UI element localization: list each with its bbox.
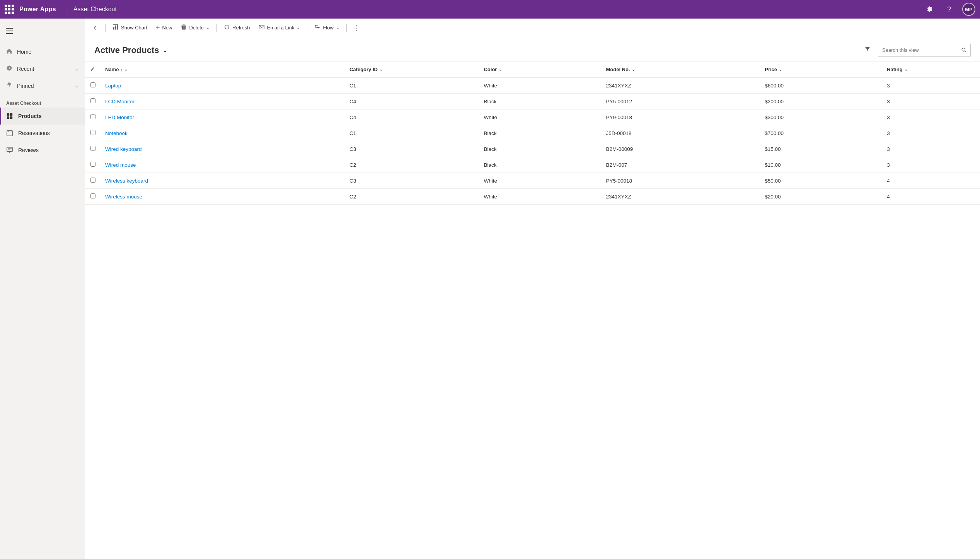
- product-link-6[interactable]: Wireless keyboard: [105, 178, 148, 184]
- category-sort-icon: ⌄: [379, 67, 383, 72]
- help-button[interactable]: ?: [943, 3, 955, 15]
- more-options-button[interactable]: ⋮: [350, 21, 364, 35]
- sidebar-item-products[interactable]: Products: [0, 108, 85, 125]
- product-link-3[interactable]: Notebook: [105, 130, 128, 136]
- product-link-4[interactable]: Wired keyboard: [105, 146, 142, 152]
- svg-rect-6: [113, 27, 114, 29]
- row-model-1: PY5-00012: [601, 94, 760, 109]
- row-checkbox-4[interactable]: [85, 141, 101, 157]
- sidebar-item-reviews[interactable]: Reviews: [0, 142, 85, 159]
- row-color-2: White: [479, 109, 601, 125]
- row-check-input-4[interactable]: [90, 146, 95, 151]
- row-rating-5: 3: [882, 157, 980, 173]
- row-checkbox-6[interactable]: [85, 173, 101, 189]
- table-row: Laptop C1 White 2341XYXZ $600.00 3: [85, 77, 980, 94]
- row-color-0: White: [479, 77, 601, 94]
- search-input[interactable]: [878, 44, 957, 56]
- delete-button[interactable]: Delete ⌄: [177, 21, 213, 35]
- sidebar-item-reservations-label: Reservations: [18, 130, 50, 136]
- row-price-2: $300.00: [760, 109, 882, 125]
- row-color-1: Black: [479, 94, 601, 109]
- flow-chevron-icon[interactable]: ⌄: [336, 25, 339, 30]
- view-title-chevron-icon: ⌄: [162, 46, 167, 54]
- hamburger-button[interactable]: [0, 22, 19, 40]
- col-header-color[interactable]: Color ⌄: [479, 62, 601, 78]
- email-link-button[interactable]: Email a Link ⌄: [255, 21, 304, 35]
- command-bar: Show Chart + New Delete ⌄ Refresh: [85, 19, 980, 37]
- new-icon: +: [156, 24, 160, 32]
- row-checkbox-0[interactable]: [85, 77, 101, 94]
- email-chevron-icon[interactable]: ⌄: [297, 25, 300, 30]
- email-link-label: Email a Link: [267, 25, 295, 31]
- row-category-1: C4: [345, 94, 479, 109]
- back-button[interactable]: [88, 21, 102, 35]
- search-button[interactable]: [957, 44, 970, 57]
- settings-button[interactable]: [924, 3, 936, 15]
- product-link-5[interactable]: Wired mouse: [105, 162, 136, 168]
- sidebar-item-pinned[interactable]: Pinned ⌄: [0, 77, 85, 94]
- product-link-1[interactable]: LCD Monitor: [105, 99, 135, 104]
- filter-button[interactable]: [862, 43, 873, 57]
- row-check-input-3[interactable]: [90, 130, 95, 135]
- new-button[interactable]: + New: [152, 21, 176, 35]
- row-model-5: B2M-007: [601, 157, 760, 173]
- col-name-label: Name: [105, 67, 119, 72]
- col-category-label: Category ID: [349, 67, 378, 72]
- row-color-3: Black: [479, 125, 601, 141]
- row-price-5: $10.00: [760, 157, 882, 173]
- row-price-0: $600.00: [760, 77, 882, 94]
- waffle-icon[interactable]: [5, 5, 14, 14]
- reservations-icon: [6, 129, 14, 137]
- col-model-label: Model No.: [606, 67, 630, 72]
- row-check-input-1[interactable]: [90, 98, 95, 103]
- row-model-7: 2341XYXZ: [601, 189, 760, 205]
- col-header-name[interactable]: Name ↑ ⌄: [101, 62, 345, 78]
- row-check-input-0[interactable]: [90, 82, 95, 87]
- recent-chevron-icon: ⌄: [75, 66, 78, 72]
- delete-chevron-icon[interactable]: ⌄: [206, 25, 210, 30]
- row-price-1: $200.00: [760, 94, 882, 109]
- avatar[interactable]: MP: [962, 3, 975, 16]
- sidebar-item-reservations[interactable]: Reservations: [0, 125, 85, 142]
- view-title[interactable]: Active Products ⌄: [94, 45, 167, 55]
- col-header-category[interactable]: Category ID ⌄: [345, 62, 479, 78]
- refresh-button[interactable]: Refresh: [220, 21, 254, 35]
- sidebar-item-recent[interactable]: Recent ⌄: [0, 60, 85, 77]
- header-divider: [68, 5, 68, 14]
- col-header-model[interactable]: Model No. ⌄: [601, 62, 760, 78]
- product-link-0[interactable]: Laptop: [105, 83, 121, 89]
- row-checkbox-3[interactable]: [85, 125, 101, 141]
- row-name-6: Wireless keyboard: [101, 173, 345, 189]
- sidebar-item-home[interactable]: Home: [0, 43, 85, 60]
- row-checkbox-2[interactable]: [85, 109, 101, 125]
- row-color-5: Black: [479, 157, 601, 173]
- row-checkbox-1[interactable]: [85, 94, 101, 109]
- col-header-rating[interactable]: Rating ⌄: [882, 62, 980, 78]
- row-name-1: LCD Monitor: [101, 94, 345, 109]
- show-chart-label: Show Chart: [121, 25, 147, 31]
- row-checkbox-7[interactable]: [85, 189, 101, 205]
- product-link-7[interactable]: Wireless mouse: [105, 194, 142, 200]
- row-checkbox-5[interactable]: [85, 157, 101, 173]
- row-rating-7: 4: [882, 189, 980, 205]
- row-color-7: White: [479, 189, 601, 205]
- content-area: Show Chart + New Delete ⌄ Refresh: [85, 19, 980, 559]
- row-rating-1: 3: [882, 94, 980, 109]
- select-all-header[interactable]: ✓: [85, 62, 101, 78]
- row-check-input-7[interactable]: [90, 193, 95, 198]
- col-header-price[interactable]: Price ⌄: [760, 62, 882, 78]
- product-link-2[interactable]: LED Monitor: [105, 115, 134, 120]
- svg-rect-7: [115, 26, 116, 29]
- table-row: Wireless mouse C2 White 2341XYXZ $20.00 …: [85, 189, 980, 205]
- show-chart-button[interactable]: Show Chart: [109, 21, 151, 35]
- row-check-input-5[interactable]: [90, 162, 95, 167]
- row-price-6: $50.00: [760, 173, 882, 189]
- row-check-input-6[interactable]: [90, 178, 95, 183]
- table-row: Wireless keyboard C3 White PY5-00018 $50…: [85, 173, 980, 189]
- row-name-3: Notebook: [101, 125, 345, 141]
- row-name-2: LED Monitor: [101, 109, 345, 125]
- table-row: LCD Monitor C4 Black PY5-00012 $200.00 3: [85, 94, 980, 109]
- view-title-text: Active Products: [94, 45, 159, 55]
- row-check-input-2[interactable]: [90, 114, 95, 119]
- flow-button[interactable]: Flow ⌄: [310, 21, 343, 35]
